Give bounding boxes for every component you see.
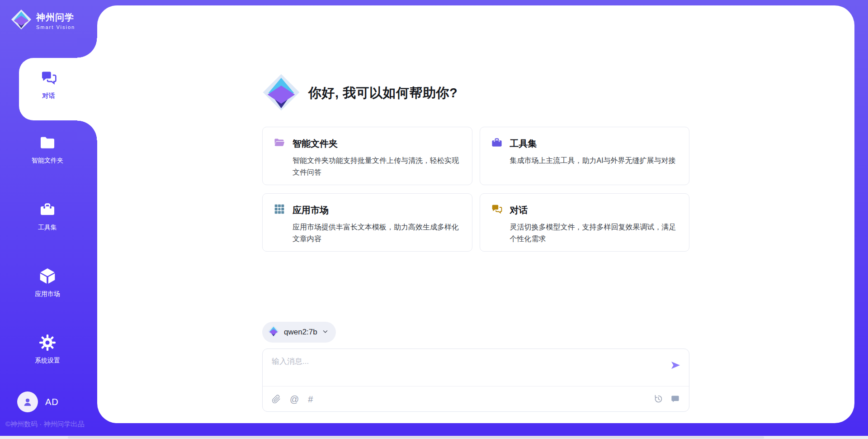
scrollbar-thumb[interactable] xyxy=(68,436,764,439)
brand: 神州问学 Smart Vision xyxy=(11,9,75,32)
brand-name: 神州问学 xyxy=(36,11,75,24)
cube-icon xyxy=(38,267,57,285)
message-input-box: @ # xyxy=(262,348,689,412)
greeting-title: 你好, 我可以如何帮助你? xyxy=(308,84,458,102)
toolbox-icon xyxy=(491,137,503,150)
card-title: 智能文件夹 xyxy=(292,138,338,150)
chat-bubbles-icon xyxy=(491,203,503,217)
sidebar-item-chat[interactable]: 对话 xyxy=(0,58,97,120)
mention-icon[interactable]: @ xyxy=(290,395,299,404)
model-logo-icon xyxy=(268,325,279,339)
paperclip-icon[interactable] xyxy=(272,395,281,404)
greeting-block: 你好, 我可以如何帮助你? xyxy=(262,5,689,113)
assistant-logo-icon xyxy=(262,73,300,113)
card-toolbox[interactable]: 工具集 集成市场上主流工具，助力AI与外界无缝扩展与对接 xyxy=(480,127,690,185)
folder-icon xyxy=(38,134,57,152)
card-description: 灵活切换多模型文件，支持多样回复效果调试，满足个性化需求 xyxy=(491,221,679,244)
avatar xyxy=(17,391,38,412)
model-name: qwen2:7b xyxy=(284,328,317,337)
sidebar-item-toolbox[interactable]: 工具集 xyxy=(0,200,95,232)
send-icon[interactable] xyxy=(670,360,681,371)
card-chat[interactable]: 对话 灵活切换多模型文件，支持多样回复效果调试，满足个性化需求 xyxy=(480,193,690,252)
sidebar-item-label: 应用市场 xyxy=(35,290,60,298)
app-grid-icon xyxy=(274,203,285,217)
sidebar-item-label: 系统设置 xyxy=(35,357,60,365)
user-account[interactable]: AD xyxy=(17,391,59,412)
sidebar-item-label: 对话 xyxy=(42,92,55,100)
main-panel: 你好, 我可以如何帮助你? 智能文件夹 智能文件夹功能支持批量文件上传与清洗，轻… xyxy=(97,5,854,423)
message-input[interactable] xyxy=(272,356,660,382)
chevron-down-icon xyxy=(322,328,329,337)
feature-cards: 智能文件夹 智能文件夹功能支持批量文件上传与清洗，轻松实现文件问答 工具集 xyxy=(262,127,689,252)
composer-toolbar: @ # xyxy=(263,386,689,411)
horizontal-scrollbar[interactable] xyxy=(0,436,868,439)
sidebar-item-label: 智能文件夹 xyxy=(32,157,63,165)
copyright-footer: ©神州数码 · 神州问学出品 xyxy=(5,420,84,429)
model-selector[interactable]: qwen2:7b xyxy=(262,322,336,343)
card-title: 对话 xyxy=(510,204,528,216)
brand-logo-icon xyxy=(11,9,32,32)
card-description: 应用市场提供丰富长文本模板，助力高效生成多样化文章内容 xyxy=(274,221,461,244)
comments-icon[interactable] xyxy=(670,394,680,404)
chat-bubbles-icon xyxy=(40,69,58,87)
card-description: 集成市场上主流工具，助力AI与外界无缝扩展与对接 xyxy=(491,155,679,167)
hashtag-icon[interactable]: # xyxy=(308,395,313,404)
card-title: 工具集 xyxy=(510,138,537,150)
sidebar-item-label: 工具集 xyxy=(38,224,57,232)
card-title: 应用市场 xyxy=(292,204,329,216)
sidebar-item-settings[interactable]: 系统设置 xyxy=(0,334,95,365)
sidebar-item-smart-folder[interactable]: 智能文件夹 xyxy=(0,134,95,165)
card-description: 智能文件夹功能支持批量文件上传与清洗，轻松实现文件问答 xyxy=(274,155,461,178)
gear-icon xyxy=(38,334,57,352)
toolbox-icon xyxy=(38,200,57,219)
brand-subtitle: Smart Vision xyxy=(36,24,75,30)
sidebar-item-app-market[interactable]: 应用市场 xyxy=(0,267,95,298)
composer: qwen2:7b xyxy=(97,322,854,412)
sidebar: 神州问学 Smart Vision 对话 智能文件夹 xyxy=(0,0,97,439)
folder-open-icon xyxy=(274,137,285,150)
user-name: AD xyxy=(45,397,59,407)
card-smart-folder[interactable]: 智能文件夹 智能文件夹功能支持批量文件上传与清洗，轻松实现文件问答 xyxy=(262,127,472,185)
card-app-market[interactable]: 应用市场 应用市场提供丰富长文本模板，助力高效生成多样化文章内容 xyxy=(262,193,472,252)
history-icon[interactable] xyxy=(654,394,663,404)
